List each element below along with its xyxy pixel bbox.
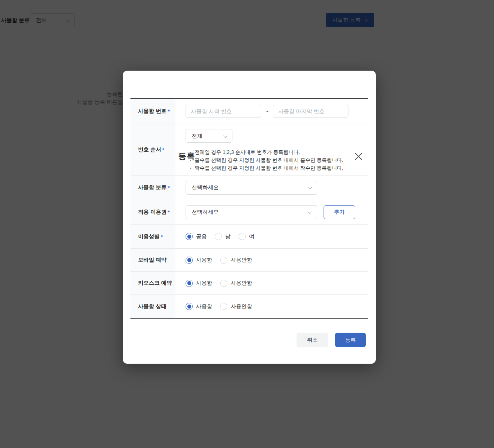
note-item: 짝수를 선택한 경우 지정한 사물함 번호 내에서 짝수만 등록됩니다. xyxy=(186,164,343,172)
radio-circle-icon xyxy=(220,257,227,264)
bullet-icon xyxy=(190,160,191,161)
row-locker-number: 사물함 번호 * ~ xyxy=(130,99,368,124)
locker-number-label: 사물함 번호 * xyxy=(130,99,175,124)
required-asterisk: * xyxy=(162,147,164,153)
radio-circle-icon xyxy=(215,233,222,240)
add-pass-button[interactable]: 추가 xyxy=(324,205,355,219)
radio-circle-icon xyxy=(186,303,193,310)
bullet-icon xyxy=(190,168,191,169)
locker-category-select-value: 선택하세요 xyxy=(192,184,219,191)
locker-status-radio-on[interactable]: 사용함 xyxy=(186,303,212,310)
number-order-notes: 전체일 경우 1,2,3 순서대로 번호가 등록됩니다. 홀수를 선택한 경우 … xyxy=(186,148,343,172)
number-order-select[interactable]: 전체 xyxy=(186,129,232,143)
radio-circle-icon xyxy=(220,303,227,310)
required-asterisk: * xyxy=(161,234,163,240)
number-order-select-value: 전체 xyxy=(192,133,203,139)
note-item: 홀수를 선택한 경우 지정한 사물함 번호 내에서 홀수만 등록됩니다. xyxy=(186,156,343,164)
kiosk-reservation-label: 키오스크 예약 xyxy=(130,272,175,294)
number-order-label: 번호 순서 * xyxy=(130,124,175,175)
bullet-icon xyxy=(190,152,191,153)
range-separator: ~ xyxy=(266,108,268,114)
applied-pass-select[interactable]: 선택하세요 xyxy=(186,205,317,219)
applied-pass-select-value: 선택하세요 xyxy=(192,209,219,216)
locker-status-label: 사물함 상태 xyxy=(130,295,175,318)
row-kiosk-reservation: 키오스크 예약 사용함 사용안함 xyxy=(130,272,368,295)
chevron-down-icon xyxy=(308,185,312,190)
mobile-reservation-radio-off[interactable]: 사용안함 xyxy=(220,257,252,264)
locker-status-radio-off[interactable]: 사용안함 xyxy=(220,303,252,310)
row-locker-status: 사물함 상태 사용함 사용안함 xyxy=(130,295,368,318)
note-item: 전체일 경우 1,2,3 순서대로 번호가 등록됩니다. xyxy=(186,148,343,156)
locker-category-select[interactable]: 선택하세요 xyxy=(186,181,317,195)
gender-radio-female[interactable]: 여 xyxy=(239,233,254,240)
gender-radio-common[interactable]: 공용 xyxy=(186,233,207,240)
required-asterisk: * xyxy=(168,209,170,215)
radio-circle-icon xyxy=(239,233,246,240)
row-mobile-reservation: 모바일 예약 사용함 사용안함 xyxy=(130,249,368,272)
radio-circle-icon xyxy=(186,257,193,264)
radio-circle-icon xyxy=(220,280,227,287)
mobile-reservation-label: 모바일 예약 xyxy=(130,249,175,271)
submit-button[interactable]: 등록 xyxy=(335,333,366,347)
required-asterisk: * xyxy=(168,108,170,114)
gender-radio-male[interactable]: 남 xyxy=(215,233,231,240)
required-asterisk: * xyxy=(168,185,170,191)
locker-category-label: 사물함 분류 * xyxy=(130,176,175,200)
locker-end-number-input[interactable] xyxy=(273,105,348,117)
locker-start-number-input[interactable] xyxy=(186,105,261,117)
modal-footer: 취소 등록 xyxy=(297,333,366,347)
row-applied-pass: 적용 이용권 * 선택하세요 추가 xyxy=(130,200,368,225)
mobile-reservation-radio-on[interactable]: 사용함 xyxy=(186,257,212,264)
locker-register-modal: 사물함 정보 등록 사물함 번호 * ~ 번호 순서 * 전체 xyxy=(123,71,376,364)
radio-circle-icon xyxy=(186,280,193,287)
row-locker-category: 사물함 분류 * 선택하세요 xyxy=(130,176,368,200)
kiosk-reservation-radio-on[interactable]: 사용함 xyxy=(186,280,212,287)
locker-register-form: 사물함 번호 * ~ 번호 순서 * 전체 xyxy=(130,98,368,319)
chevron-down-icon xyxy=(308,209,312,214)
row-number-order: 번호 순서 * 전체 전체일 경우 1,2,3 순서대로 번호가 등록됩니다. … xyxy=(130,124,368,176)
radio-circle-icon xyxy=(186,233,193,240)
cancel-button[interactable]: 취소 xyxy=(297,333,328,347)
kiosk-reservation-radio-off[interactable]: 사용안함 xyxy=(220,280,252,287)
gender-label: 이용성별 * xyxy=(130,225,175,248)
applied-pass-label: 적용 이용권 * xyxy=(130,200,175,224)
row-gender: 이용성별 * 공용 남 여 xyxy=(130,225,368,249)
chevron-down-icon xyxy=(223,133,228,138)
